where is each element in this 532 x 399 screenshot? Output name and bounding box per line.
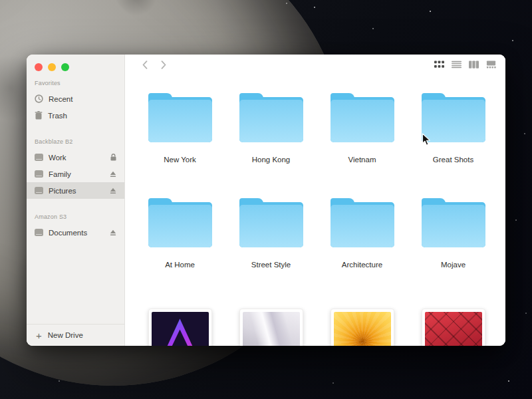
- new-drive-label: New Drive: [48, 331, 83, 339]
- zoom-button[interactable]: [61, 63, 69, 71]
- sidebar-item-label: Recent: [49, 95, 72, 103]
- folder-name: At Home: [165, 261, 195, 269]
- folder-item[interactable]: At Home: [148, 198, 212, 269]
- white-abstract-image: [243, 312, 300, 346]
- folder-item[interactable]: Street Style: [239, 198, 303, 269]
- eject-icon: [110, 229, 116, 236]
- list-view-button[interactable]: [452, 61, 462, 68]
- folder-grid: New York Hong Kong Vietnam Great Shots A…: [126, 74, 505, 346]
- sidebar-item-label: Trash: [48, 112, 67, 120]
- chevron-right-icon: [161, 61, 166, 69]
- eject-icon: [110, 188, 116, 194]
- minimize-button[interactable]: [48, 63, 56, 71]
- folder-icon: [239, 93, 303, 142]
- gallery-view-button[interactable]: [486, 61, 496, 68]
- image-thumbnail-item[interactable]: [422, 303, 485, 346]
- folder-name: Mojave: [441, 261, 466, 269]
- column-view-icon: [469, 61, 479, 68]
- lock-icon: [110, 154, 116, 161]
- thumbnail-card: [148, 309, 212, 346]
- clock-icon: [35, 94, 43, 103]
- drive-icon: [35, 187, 43, 194]
- folder-item[interactable]: Hong Kong: [239, 93, 303, 164]
- folder-name: Vietnam: [348, 156, 376, 164]
- folder-item[interactable]: Mojave: [422, 198, 485, 269]
- chevron-left-icon: [142, 61, 148, 69]
- folder-name: Great Shots: [433, 156, 473, 164]
- thumbnail-card: [239, 309, 303, 346]
- trash-icon: [35, 111, 43, 120]
- gallery-view-icon: [486, 61, 496, 68]
- folder-item[interactable]: Architecture: [331, 198, 394, 269]
- close-button[interactable]: [35, 63, 43, 71]
- sidebar-item-work[interactable]: Work: [27, 149, 124, 166]
- image-thumbnail-item[interactable]: [239, 303, 303, 346]
- red-cubes-image: [425, 312, 482, 346]
- purple-neon-triangle-image: [152, 312, 209, 346]
- main-area: New York Hong Kong Vietnam Great Shots A…: [126, 55, 505, 346]
- folder-icon: [422, 198, 485, 247]
- grid-view-icon: [434, 61, 444, 68]
- sidebar-item-family[interactable]: Family: [27, 166, 124, 182]
- sidebar-item-pictures[interactable]: Pictures: [27, 182, 124, 199]
- sidebar-item-trash[interactable]: Trash: [27, 107, 124, 124]
- toolbar: [126, 55, 505, 74]
- drive-icon: [35, 229, 43, 236]
- folder-name: Architecture: [342, 261, 382, 269]
- image-thumbnail-item[interactable]: [331, 303, 394, 346]
- new-drive-button[interactable]: + New Drive: [27, 324, 124, 346]
- eject-button[interactable]: [110, 229, 116, 236]
- folder-icon: [148, 93, 212, 142]
- plus-icon: +: [36, 331, 42, 340]
- section-title-backblaze: Backblaze B2: [35, 138, 124, 145]
- eject-button[interactable]: [110, 188, 116, 194]
- folder-item[interactable]: Vietnam: [331, 93, 394, 164]
- sidebar-item-label: Work: [49, 154, 66, 162]
- stars: [0, 0, 1, 1]
- thumbnail-card: [422, 309, 485, 346]
- window-controls: [35, 63, 69, 71]
- section-title-favorites: Favorites: [35, 80, 124, 86]
- mouse-cursor: [422, 133, 431, 149]
- forward-button[interactable]: [158, 59, 170, 70]
- sidebar-item-documents[interactable]: Documents: [27, 224, 124, 241]
- folder-icon: [148, 198, 212, 247]
- sidebar-item-label: Family: [49, 170, 71, 178]
- image-thumbnail-item[interactable]: [148, 303, 212, 346]
- list-view-icon: [452, 61, 462, 68]
- folder-item[interactable]: Great Shots: [422, 93, 485, 164]
- sidebar-item-label: Documents: [49, 229, 87, 237]
- yellow-flower-image: [334, 312, 391, 346]
- folder-name: Hong Kong: [252, 156, 291, 164]
- sidebar-item-label: Pictures: [49, 187, 76, 195]
- folder-icon: [331, 93, 394, 142]
- back-button[interactable]: [139, 59, 151, 70]
- grid-view-button[interactable]: [434, 61, 444, 68]
- sidebar: Favorites Recent Trash Backblaze B2 Work: [27, 55, 125, 346]
- drive-icon: [35, 154, 43, 161]
- file-manager-window: Favorites Recent Trash Backblaze B2 Work: [27, 55, 505, 346]
- drive-icon: [35, 170, 43, 178]
- folder-icon: [239, 198, 303, 247]
- folder-name: Street Style: [251, 261, 291, 269]
- view-switcher: [434, 61, 496, 68]
- section-title-amazon: Amazon S3: [35, 213, 124, 220]
- eject-button[interactable]: [110, 171, 116, 178]
- thumbnail-card: [331, 309, 394, 346]
- folder-name: New York: [164, 156, 196, 164]
- folder-item[interactable]: New York: [148, 93, 212, 164]
- folder-icon: [331, 198, 394, 247]
- eject-icon: [110, 171, 116, 178]
- column-view-button[interactable]: [469, 61, 479, 68]
- sidebar-item-recent[interactable]: Recent: [27, 90, 124, 107]
